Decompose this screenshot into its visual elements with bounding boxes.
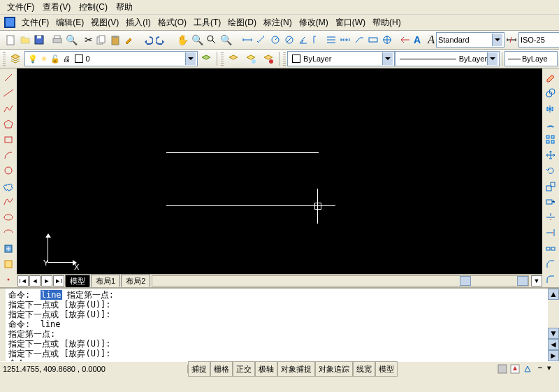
cut-icon[interactable]: ✂ (84, 31, 94, 48)
scroll-up-icon[interactable]: ▲ (548, 289, 559, 300)
menu-control[interactable]: 控制(C) (75, 0, 112, 15)
dim-radius-icon[interactable] (269, 31, 282, 48)
dim-edit-icon[interactable] (399, 31, 412, 48)
status-minus-icon[interactable]: − (535, 363, 546, 375)
scroll-down-icon[interactable]: ▼ (531, 275, 542, 286)
dim-diam-icon[interactable] (283, 31, 296, 48)
status-icon[interactable] (497, 363, 508, 375)
menu-dim[interactable]: 标注(N) (260, 15, 296, 30)
circle-icon[interactable] (0, 164, 17, 177)
h-scrollbar[interactable] (152, 275, 529, 286)
dim-base-icon[interactable] (325, 31, 337, 48)
zoom-prev-icon[interactable]: 🔍 (219, 31, 233, 48)
color-dropdown[interactable]: ByLayer (287, 51, 395, 66)
scale-icon[interactable] (542, 180, 559, 194)
grip[interactable] (221, 52, 224, 66)
coordinate-display[interactable]: 1251.4755, 409.8680 , 0.0000 (0, 365, 188, 373)
array-icon[interactable] (542, 133, 559, 147)
scroll-down-icon[interactable]: ▼ (548, 328, 559, 339)
rotate-icon[interactable] (542, 164, 559, 177)
tab-last-icon[interactable]: ►I (53, 275, 64, 286)
match-icon[interactable] (123, 31, 136, 48)
dropdown-arrow-icon[interactable] (487, 52, 498, 65)
scroll-left-icon[interactable]: ◄ (548, 339, 559, 350)
break-icon[interactable] (542, 241, 559, 255)
rectangle-icon[interactable] (0, 133, 17, 147)
preview-icon[interactable]: 🔍 (65, 31, 78, 48)
layer-manager-icon[interactable] (8, 50, 24, 67)
textstyle-a-icon[interactable]: A (427, 31, 435, 48)
layer-filter-icon[interactable] (261, 50, 277, 67)
center-icon[interactable] (381, 31, 393, 48)
menu-edit[interactable]: 编辑(E) (52, 15, 87, 30)
offset-icon[interactable] (542, 117, 559, 131)
layer-iso-icon[interactable] (243, 50, 259, 67)
copy-icon[interactable] (95, 31, 108, 48)
menu-format[interactable]: 格式(O) (154, 15, 190, 30)
scroll-thumb[interactable] (460, 276, 471, 286)
menu-tools[interactable]: 工具(T) (190, 15, 224, 30)
grip[interactable] (0, 289, 6, 361)
tolerance-icon[interactable] (367, 31, 379, 48)
menu-draw[interactable]: 绘图(D) (224, 15, 260, 30)
dropdown-arrow-icon[interactable] (382, 52, 393, 65)
dim-ord-icon[interactable] (311, 31, 324, 48)
trim-icon[interactable] (542, 210, 559, 224)
make-block-icon[interactable] (0, 257, 17, 271)
scroll-right-icon[interactable] (517, 276, 528, 286)
dim-linear-icon[interactable] (241, 31, 254, 48)
zoom-win-icon[interactable] (205, 31, 218, 48)
leader-icon[interactable] (353, 31, 365, 48)
menu-insert[interactable]: 插入(I) (122, 15, 154, 30)
menu-window[interactable]: 窗口(W) (332, 15, 369, 30)
erase-icon[interactable] (542, 71, 559, 85)
scroll-right-icon[interactable]: ► (548, 350, 559, 361)
new-icon[interactable] (5, 31, 17, 48)
snap-toggle[interactable]: 捕捉 (188, 361, 210, 377)
line-icon[interactable] (0, 71, 17, 85)
lineweight-dropdown[interactable]: ByLaye (504, 51, 558, 66)
menu-view[interactable]: 视图(V) (87, 15, 122, 30)
menu-file[interactable]: 文件(F) (18, 15, 52, 30)
polar-toggle[interactable]: 极轴 (255, 361, 277, 377)
tab-first-icon[interactable]: I◄ (17, 275, 29, 286)
stretch-icon[interactable] (542, 195, 559, 209)
extend-icon[interactable] (542, 226, 559, 240)
arc-icon[interactable] (0, 148, 17, 162)
tab-next-icon[interactable]: ► (41, 275, 52, 286)
insert-block-icon[interactable] (0, 241, 17, 255)
grid-toggle[interactable]: 栅格 (210, 361, 233, 377)
tab-model[interactable]: 模型 (65, 275, 90, 287)
save-icon[interactable] (33, 31, 45, 48)
pan-icon[interactable]: ✋ (176, 31, 189, 48)
dim-cont-icon[interactable] (339, 31, 351, 48)
spline-icon[interactable] (0, 195, 17, 209)
model-toggle[interactable]: 模型 (375, 361, 398, 377)
polygon-icon[interactable] (0, 117, 17, 131)
menu-view[interactable]: 查看(V) (38, 0, 75, 15)
dimstyle-icon[interactable] (505, 31, 518, 48)
fillet-icon[interactable] (542, 273, 559, 286)
tab-prev-icon[interactable]: ◄ (29, 275, 41, 286)
undo-icon[interactable] (141, 31, 154, 48)
scroll-track[interactable] (548, 300, 559, 328)
grip[interactable] (3, 52, 6, 66)
command-history[interactable]: 命令: line 指定第一点: 指定下一点或 [放弃(U)]: 指定下一点或 [… (6, 289, 548, 361)
lwt-toggle[interactable]: 线宽 (353, 361, 375, 377)
mirror-icon[interactable] (542, 101, 559, 115)
ellipse-arc-icon[interactable] (0, 226, 17, 240)
status-icon[interactable] (509, 363, 521, 375)
pline-icon[interactable] (0, 101, 17, 115)
dim-ang-icon[interactable] (297, 31, 310, 48)
menu-help[interactable]: 帮助(H) (369, 15, 405, 30)
menu-file[interactable]: 文件(F) (3, 0, 38, 15)
zoom-rt-icon[interactable]: 🔍 (191, 31, 204, 48)
point-icon[interactable] (0, 273, 17, 286)
paste-icon[interactable] (109, 31, 122, 48)
layer-prev-icon[interactable] (198, 50, 215, 67)
redo-icon[interactable] (155, 31, 168, 48)
text-style-dropdown[interactable]: Standard (436, 32, 504, 48)
status-icon[interactable] (522, 363, 533, 375)
revcloud-icon[interactable] (0, 180, 17, 194)
dropdown-arrow-icon[interactable] (185, 52, 196, 65)
